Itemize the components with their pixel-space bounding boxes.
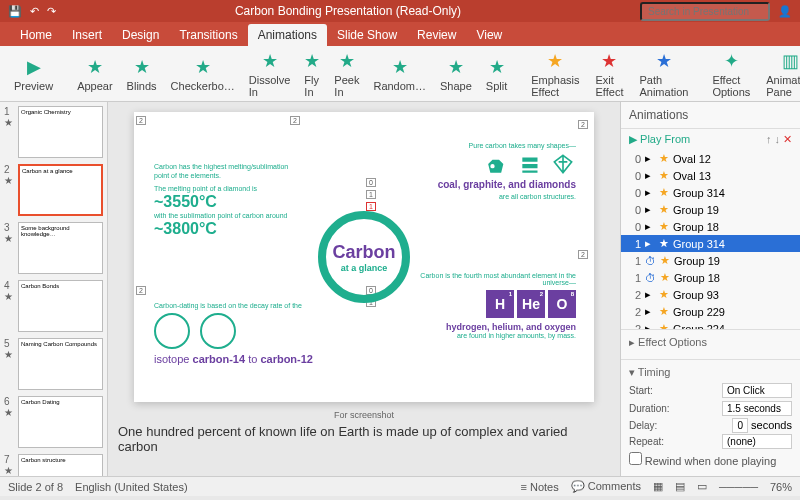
entrance-peekin[interactable]: ★Peek In [328,48,365,100]
anim-item[interactable]: 0▸★Group 18 [621,218,800,235]
anim-item[interactable]: 1⏱★Group 19 [621,252,800,269]
share-icon[interactable]: 👤 [778,5,792,18]
tab-transitions[interactable]: Transitions [169,24,247,46]
path-button[interactable]: ★Path Animation [633,48,694,100]
save-icon[interactable]: 💾 [8,5,22,18]
slide-counter: Slide 2 of 8 [8,481,63,493]
anim-item[interactable]: 2▸★Group 93 [621,286,800,303]
entrance-checkerbo[interactable]: ★Checkerbo… [165,48,241,100]
window-title: Carbon Bonding Presentation (Read-Only) [56,4,640,18]
exit-button[interactable]: ★Exit Effect [590,48,630,100]
tab-design[interactable]: Design [112,24,169,46]
anim-item[interactable]: 0▸★Group 314 [621,184,800,201]
redo-icon[interactable]: ↷ [47,5,56,18]
entrance-blinds[interactable]: ★Blinds [121,48,163,100]
effect-options-button[interactable]: ✦Effect Options [706,48,756,100]
center-title: Carbon at a glance [318,211,410,303]
rewind-checkbox[interactable] [629,452,642,465]
move-down-icon[interactable]: ↓ [774,133,780,145]
undo-icon[interactable]: ↶ [30,5,39,18]
animation-pane-button[interactable]: ▥Animation Pane [760,48,800,100]
notes-label: For screenshot [334,410,394,420]
entrance-appear[interactable]: ★Appear [71,48,118,100]
ribbon: ▶Preview ★Appear★Blinds★Checkerbo…★Disso… [0,46,800,102]
speaker-notes[interactable]: One hundred percent of known life on Ear… [118,424,610,454]
anim-item[interactable]: 1▸★Group 314 [621,235,800,252]
comments-button[interactable]: 💬 Comments [571,480,641,493]
preview-button[interactable]: ▶Preview [8,54,59,94]
thumb-4[interactable]: 4★Carbon Bonds [4,280,103,332]
menubar: HomeInsertDesignTransitionsAnimationsSli… [0,22,800,46]
anim-item[interactable]: 0▸★Oval 13 [621,167,800,184]
timing-duration-select[interactable]: 1.5 seconds [722,401,792,416]
quick-access: 💾 ↶ ↷ [8,5,56,18]
emphasis-button[interactable]: ★Emphasis Effect [525,48,585,100]
view-slideshow-icon[interactable]: ▭ [697,480,707,493]
timing-repeat-select[interactable]: (none) [722,434,792,449]
tab-review[interactable]: Review [407,24,466,46]
slide-canvas: 2 2 2 0 1 1 0 1 2 2 Carbon has the highe… [108,102,620,476]
delete-icon[interactable]: ✕ [783,133,792,145]
thumb-3[interactable]: 3★Some background knowledge… [4,222,103,274]
effect-options-section[interactable]: ▸ Effect Options [629,336,792,349]
tab-animations[interactable]: Animations [248,24,327,46]
titlebar: 💾 ↶ ↷ Carbon Bonding Presentation (Read-… [0,0,800,22]
slide-thumbnails[interactable]: 1★Organic Chemistry2★Carbon at a glance3… [0,102,108,476]
element-box: H1 [486,290,514,318]
entrance-flyin[interactable]: ★Fly In [298,48,326,100]
anim-item[interactable]: 2▸★Group 224 [621,320,800,329]
move-up-icon[interactable]: ↑ [766,133,772,145]
timing-start-select[interactable]: On Click [722,383,792,398]
entrance-random[interactable]: ★Random… [367,48,432,100]
thumb-5[interactable]: 5★Naming Carbon Compounds [4,338,103,390]
play-from-button[interactable]: ▶ Play From [629,133,690,146]
tab-insert[interactable]: Insert [62,24,112,46]
tab-view[interactable]: View [466,24,512,46]
slide[interactable]: 2 2 2 0 1 1 0 1 2 2 Carbon has the highe… [134,112,594,402]
thumb-7[interactable]: 7★Carbon structure [4,454,103,476]
thumb-1[interactable]: 1★Organic Chemistry [4,106,103,158]
timing-delay-input[interactable]: 0 [732,418,748,433]
timing-section[interactable]: ▾ Timing [629,366,792,379]
element-box: O8 [548,290,576,318]
anim-item[interactable]: 2▸★Group 229 [621,303,800,320]
status-bar: Slide 2 of 8 English (United States) ≡ N… [0,476,800,496]
anim-item[interactable]: 1⏱★Group 18 [621,269,800,286]
thumb-6[interactable]: 6★Carbon Dating [4,396,103,448]
language[interactable]: English (United States) [75,481,188,493]
element-box: He2 [517,290,545,318]
entrance-dissolvein[interactable]: ★Dissolve In [243,48,297,100]
animations-pane: Animations ▶ Play From ↑ ↓ ✕ 0▸★Oval 120… [620,102,800,476]
tab-slide show[interactable]: Slide Show [327,24,407,46]
carbon-forms-icons [426,153,576,175]
entrance-shape[interactable]: ★Shape [434,48,478,100]
zoom-level[interactable]: 76% [770,481,792,493]
view-normal-icon[interactable]: ▦ [653,480,663,493]
anim-item[interactable]: 0▸★Group 19 [621,201,800,218]
search-input[interactable] [640,2,770,21]
thumb-2[interactable]: 2★Carbon at a glance [4,164,103,216]
view-sorter-icon[interactable]: ▤ [675,480,685,493]
tab-home[interactable]: Home [10,24,62,46]
entrance-split[interactable]: ★Split [480,48,513,100]
pane-title: Animations [621,102,800,129]
anim-item[interactable]: 0▸★Oval 12 [621,150,800,167]
notes-button[interactable]: ≡ Notes [521,481,559,493]
